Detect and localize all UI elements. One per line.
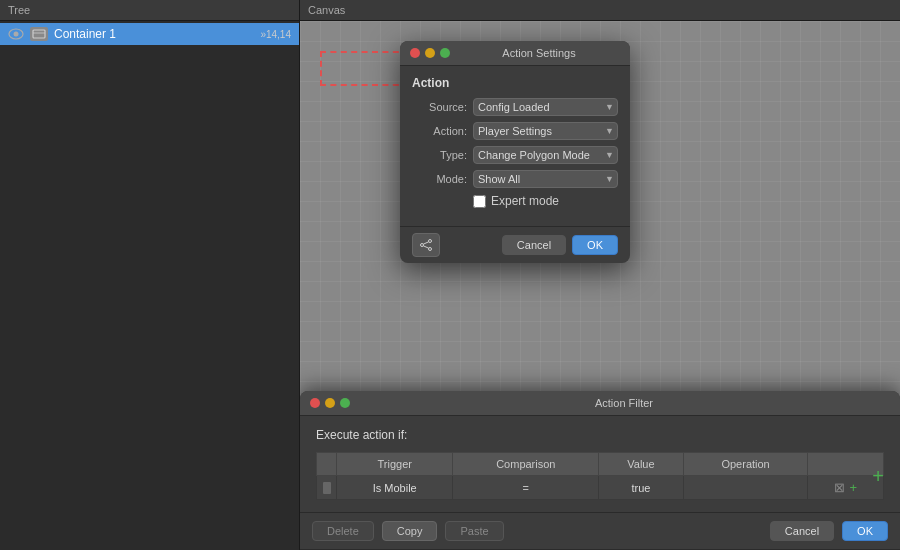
expert-mode-checkbox[interactable] <box>473 195 486 208</box>
canvas-header: Canvas <box>300 0 900 21</box>
tree-item-label: Container 1 <box>54 27 256 41</box>
row-actions: ⊠ + <box>816 480 875 495</box>
trigger-cell: Is Mobile <box>337 476 453 500</box>
filter-dot-red[interactable] <box>310 398 320 408</box>
action-filter-dialog: Action Filter Execute action if: + Trigg… <box>300 391 900 549</box>
row-drag-handle[interactable] <box>323 482 331 494</box>
svg-rect-2 <box>33 30 45 38</box>
filter-body: Execute action if: + Trigger Comparison … <box>300 416 900 512</box>
filter-title: Action Filter <box>358 397 890 409</box>
action-row: Action: Player Settings ▼ <box>412 122 618 140</box>
source-label: Source: <box>412 101 467 113</box>
filter-dot-yellow[interactable] <box>325 398 335 408</box>
tree-panel: Tree Container 1 »14,14 <box>0 0 300 550</box>
value-cell: true <box>599 476 684 500</box>
action-label: Action: <box>412 125 467 137</box>
canvas-panel: Canvas Action Settings Action <box>300 0 900 550</box>
container-icon <box>30 27 48 41</box>
col-comparison: Comparison <box>453 453 599 476</box>
tree-item-coords: »14,14 <box>260 29 291 40</box>
source-row: Source: Config Loaded ▼ <box>412 98 618 116</box>
action-select[interactable]: Player Settings <box>473 122 618 140</box>
svg-point-5 <box>421 244 424 247</box>
source-select[interactable]: Config Loaded <box>473 98 618 116</box>
row-delete-button[interactable]: ⊠ <box>834 480 845 495</box>
canvas-area: Action Settings Action Source: Config Lo… <box>300 21 900 549</box>
filter-ok-button[interactable]: OK <box>842 521 888 541</box>
action-settings-body: Action Source: Config Loaded ▼ Action: <box>400 66 630 226</box>
svg-point-1 <box>14 32 19 37</box>
execute-label: Execute action if: <box>316 428 884 442</box>
filter-titlebar: Action Filter <box>300 391 900 416</box>
row-add-button[interactable]: + <box>849 480 857 495</box>
action-section-title: Action <box>412 76 618 90</box>
col-trigger: Trigger <box>337 453 453 476</box>
type-select-wrapper: Change Polygon Mode ▼ <box>473 146 618 164</box>
dot-yellow[interactable] <box>425 48 435 58</box>
operation-cell <box>683 476 808 500</box>
col-operation: Operation <box>683 453 808 476</box>
delete-button[interactable]: Delete <box>312 521 374 541</box>
dot-red[interactable] <box>410 48 420 58</box>
svg-point-4 <box>429 240 432 243</box>
svg-line-7 <box>423 242 428 244</box>
titlebar-dots <box>410 48 450 58</box>
dot-green[interactable] <box>440 48 450 58</box>
tree-header: Tree <box>0 0 299 21</box>
expert-mode-row: Expert mode <box>473 194 618 208</box>
action-settings-titlebar: Action Settings <box>400 41 630 66</box>
mode-select[interactable]: Show All <box>473 170 618 188</box>
col-value: Value <box>599 453 684 476</box>
type-row: Type: Change Polygon Mode ▼ <box>412 146 618 164</box>
mode-select-wrapper: Show All ▼ <box>473 170 618 188</box>
action-settings-title: Action Settings <box>458 47 620 59</box>
dialog-btn-group: Cancel OK <box>502 235 618 255</box>
expert-mode-label: Expert mode <box>491 194 559 208</box>
action-settings-dialog: Action Settings Action Source: Config Lo… <box>400 41 630 263</box>
table-row: Is Mobile = true ⊠ + <box>317 476 884 500</box>
action-settings-cancel-button[interactable]: Cancel <box>502 235 566 255</box>
filter-titlebar-dots <box>310 398 350 408</box>
svg-line-8 <box>423 246 428 248</box>
share-button[interactable] <box>412 233 440 257</box>
comparison-cell: = <box>453 476 599 500</box>
type-label: Type: <box>412 149 467 161</box>
filter-cancel-button[interactable]: Cancel <box>770 521 834 541</box>
action-settings-ok-button[interactable]: OK <box>572 235 618 255</box>
row-handle-cell <box>317 476 337 500</box>
action-select-wrapper: Player Settings ▼ <box>473 122 618 140</box>
filter-footer: Delete Copy Paste Cancel OK <box>300 512 900 549</box>
col-handle <box>317 453 337 476</box>
mode-label: Mode: <box>412 173 467 185</box>
add-row-button[interactable]: + <box>872 466 884 486</box>
eye-icon <box>8 28 24 40</box>
filter-dot-green[interactable] <box>340 398 350 408</box>
footer-right-buttons: Cancel OK <box>770 521 888 541</box>
action-settings-footer: Cancel OK <box>400 226 630 263</box>
source-select-wrapper: Config Loaded ▼ <box>473 98 618 116</box>
share-icon <box>419 238 433 252</box>
svg-point-6 <box>429 248 432 251</box>
tree-item-container1[interactable]: Container 1 »14,14 <box>0 23 299 45</box>
type-select[interactable]: Change Polygon Mode <box>473 146 618 164</box>
paste-button[interactable]: Paste <box>445 521 503 541</box>
copy-button[interactable]: Copy <box>382 521 438 541</box>
filter-table: Trigger Comparison Value Operation <box>316 452 884 500</box>
footer-left-buttons: Delete Copy Paste <box>312 521 504 541</box>
mode-row: Mode: Show All ▼ <box>412 170 618 188</box>
